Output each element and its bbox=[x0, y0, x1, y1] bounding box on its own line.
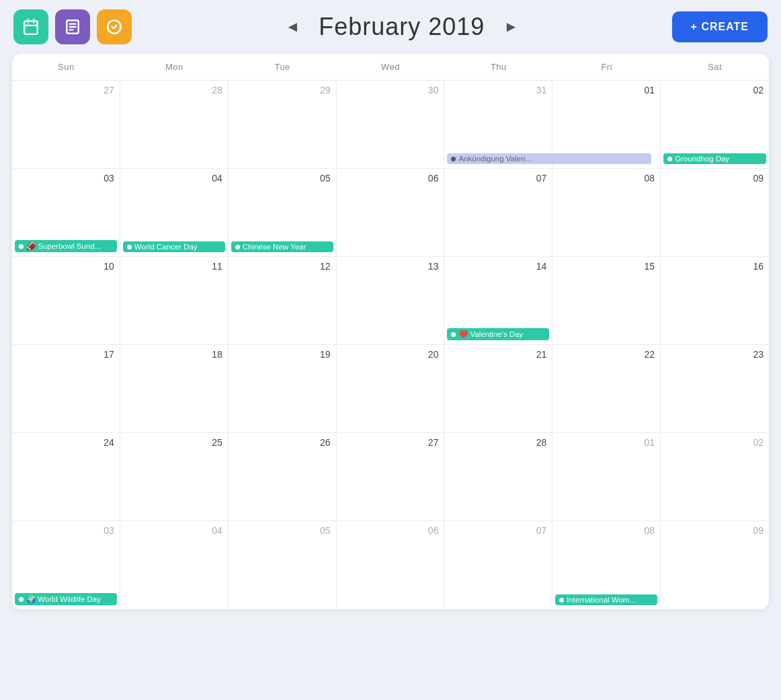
day-header-thu: Thu bbox=[444, 54, 552, 80]
calendar-week: 24252627280102 bbox=[12, 433, 769, 521]
calendar-week: 03🌍 World Wildlife Day0405060708Internat… bbox=[12, 521, 769, 609]
calendar-cell[interactable]: 24 bbox=[12, 433, 120, 520]
calendar-cell[interactable]: 28 bbox=[120, 81, 229, 168]
event-pill[interactable]: 🏈 Superbowl Sund... bbox=[15, 240, 117, 252]
calendar-cell[interactable]: 03🌍 World Wildlife Day bbox=[12, 521, 120, 609]
calendar-cell[interactable]: 18 bbox=[120, 345, 229, 432]
cell-date: 24 bbox=[17, 437, 114, 448]
calendar-cell[interactable]: 26 bbox=[229, 433, 337, 520]
calendar-cell[interactable]: 07 bbox=[444, 169, 552, 256]
svg-rect-0 bbox=[24, 21, 38, 34]
cell-date: 09 bbox=[666, 173, 764, 184]
calendar-cell[interactable]: 27 bbox=[12, 81, 120, 168]
cell-date: 17 bbox=[17, 349, 114, 360]
cell-date: 18 bbox=[126, 349, 222, 360]
calendar-cell[interactable]: 01 bbox=[552, 433, 661, 520]
calendar-cell[interactable]: 13 bbox=[337, 257, 445, 344]
event-pill[interactable]: World Cancer Day bbox=[123, 241, 225, 252]
event-pill[interactable]: ❤️ Valentine's Day bbox=[447, 328, 549, 340]
cell-date: 19 bbox=[234, 349, 331, 360]
cell-date: 21 bbox=[450, 349, 546, 360]
event-dot bbox=[19, 244, 24, 249]
events-container: ❤️ Valentine's Day bbox=[444, 328, 552, 340]
calendar-week: 03🏈 Superbowl Sund...04World Cancer Day0… bbox=[12, 169, 769, 257]
calendar-cell[interactable]: 10 bbox=[12, 257, 120, 344]
calendar-cell[interactable]: 04World Cancer Day bbox=[120, 169, 229, 256]
calendar-cell[interactable]: 19 bbox=[229, 345, 337, 432]
calendar-cell[interactable]: 14❤️ Valentine's Day bbox=[444, 257, 552, 344]
calendar-week: 17181920212223 bbox=[12, 345, 769, 433]
event-pill[interactable]: Groundhog Day bbox=[663, 153, 766, 164]
cell-date: 16 bbox=[666, 261, 764, 272]
events-container: 🌍 World Wildlife Day bbox=[12, 593, 120, 605]
prev-month-button[interactable]: ◄ bbox=[278, 14, 306, 40]
next-month-button[interactable]: ► bbox=[497, 14, 525, 40]
calendar-cell[interactable]: 08 bbox=[552, 169, 661, 256]
calendar-cell[interactable]: 12 bbox=[229, 257, 337, 344]
event-pill[interactable]: Chinese New Year bbox=[231, 241, 333, 252]
calendar-week: 2728293031Ankündigung Valen...0102Ground… bbox=[12, 81, 769, 169]
calendar-cell[interactable]: 09 bbox=[661, 521, 769, 609]
calendar-cell[interactable]: 06 bbox=[337, 169, 445, 256]
cell-date: 31 bbox=[450, 85, 546, 95]
cell-date: 27 bbox=[342, 437, 439, 448]
calendar-cell[interactable]: 17 bbox=[12, 345, 120, 432]
cell-date: 11 bbox=[126, 261, 222, 272]
day-headers: Sun Mon Tue Wed Thu Fri Sat bbox=[12, 54, 769, 81]
calendar-cell[interactable]: 06 bbox=[337, 521, 445, 609]
calendar-cell[interactable]: 09 bbox=[661, 169, 769, 256]
calendar-cell[interactable]: 02Groundhog Day bbox=[661, 81, 769, 168]
calendar-cell[interactable]: 16 bbox=[661, 257, 769, 344]
day-header-sat: Sat bbox=[661, 54, 769, 80]
calendar-cell[interactable]: 03🏈 Superbowl Sund... bbox=[12, 169, 120, 256]
calendar-cell[interactable]: 05 bbox=[229, 521, 337, 609]
calendar-cell[interactable]: 22 bbox=[552, 345, 661, 432]
events-container: International Wom... bbox=[552, 594, 660, 605]
cell-date: 07 bbox=[450, 525, 546, 536]
day-header-mon: Mon bbox=[120, 54, 229, 80]
cell-date: 07 bbox=[450, 173, 546, 184]
calendar-cell[interactable]: 31Ankündigung Valen... bbox=[444, 81, 552, 168]
calendar-cell[interactable]: 27 bbox=[337, 433, 445, 520]
calendar-cell[interactable]: 07 bbox=[444, 521, 552, 609]
cell-date: 13 bbox=[342, 261, 439, 272]
cell-date: 14 bbox=[450, 261, 546, 272]
cell-date: 04 bbox=[126, 173, 222, 184]
events-container: Chinese New Year bbox=[229, 241, 336, 252]
cell-date: 30 bbox=[342, 85, 439, 95]
calendar-cell[interactable]: 15 bbox=[552, 257, 661, 344]
calendar-cell[interactable]: 21 bbox=[444, 345, 552, 432]
cell-date: 29 bbox=[234, 85, 331, 95]
calendar-icon-btn[interactable] bbox=[13, 9, 48, 44]
event-pill[interactable]: Ankündigung Valen... bbox=[447, 153, 651, 164]
cell-date: 01 bbox=[558, 437, 655, 448]
cell-date: 05 bbox=[234, 525, 331, 536]
calendar-cell[interactable]: 11 bbox=[120, 257, 229, 344]
calendar-cell[interactable]: 28 bbox=[444, 433, 552, 520]
events-container: Groundhog Day bbox=[661, 153, 769, 164]
month-year-label: February 2019 bbox=[319, 13, 485, 41]
calendar-cell[interactable]: 30 bbox=[337, 81, 445, 168]
nav-title: ◄ February 2019 ► bbox=[278, 13, 525, 41]
cell-date: 12 bbox=[234, 261, 331, 272]
events-container: 🏈 Superbowl Sund... bbox=[12, 240, 120, 252]
calendar-cell[interactable]: 04 bbox=[120, 521, 229, 609]
notes-icon-btn[interactable] bbox=[55, 9, 90, 44]
cell-date: 28 bbox=[126, 85, 222, 95]
cell-date: 02 bbox=[666, 437, 764, 448]
cell-date: 25 bbox=[126, 437, 222, 448]
calendar-cell[interactable]: 20 bbox=[337, 345, 445, 432]
calendar-cell[interactable]: 08International Wom... bbox=[552, 521, 661, 609]
calendar-cell[interactable]: 05Chinese New Year bbox=[229, 169, 337, 256]
calendar-cell[interactable]: 02 bbox=[661, 433, 769, 520]
cell-date: 08 bbox=[558, 173, 655, 184]
calendar-cell[interactable]: 29 bbox=[229, 81, 337, 168]
tasks-icon-btn[interactable] bbox=[97, 9, 132, 44]
event-dot bbox=[451, 332, 456, 337]
calendar-cell[interactable]: 23 bbox=[661, 345, 769, 432]
event-pill[interactable]: International Wom... bbox=[555, 594, 657, 605]
calendar-cell[interactable]: 25 bbox=[120, 433, 229, 520]
create-button[interactable]: + CREATE bbox=[672, 11, 768, 42]
cell-date: 27 bbox=[17, 85, 114, 95]
event-pill[interactable]: 🌍 World Wildlife Day bbox=[15, 593, 117, 605]
